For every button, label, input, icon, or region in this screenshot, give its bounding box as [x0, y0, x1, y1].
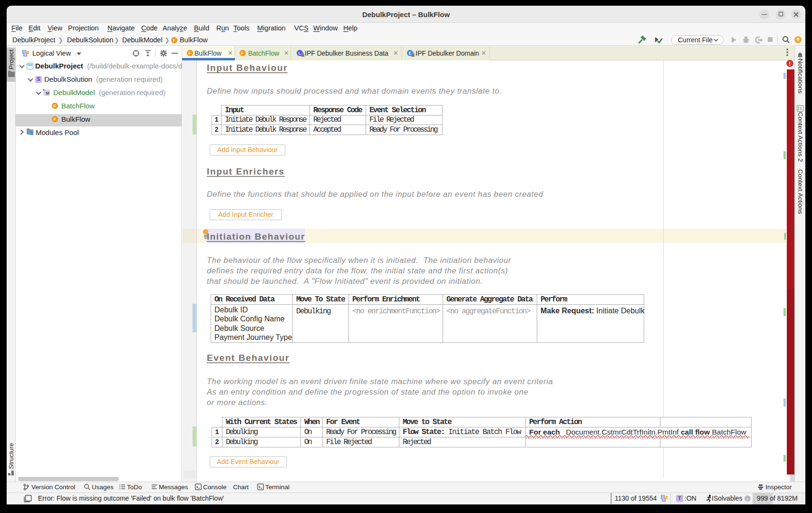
- svg-text:E: E: [408, 51, 411, 56]
- svg-text:L: L: [299, 51, 301, 56]
